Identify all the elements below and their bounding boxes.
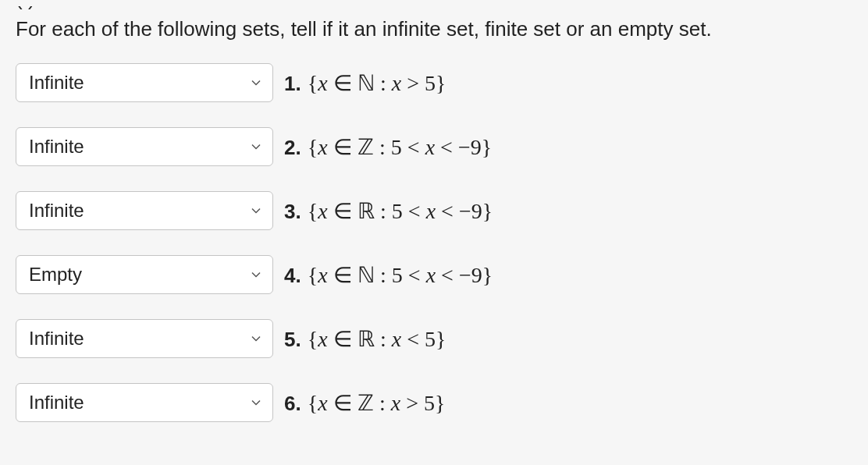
answer-select-4[interactable]: Empty xyxy=(16,255,273,294)
question-row: Infinite 2. {x ∈ ℤ : 5 < x < −9} xyxy=(16,127,852,166)
answer-select-5[interactable]: Infinite xyxy=(16,319,273,358)
answer-select-value: Infinite xyxy=(29,200,84,222)
question-number: 3. xyxy=(284,200,301,224)
question-label: 1. {x ∈ ℕ : x > 5} xyxy=(284,70,446,96)
instructions-text: For each of the following sets, tell if … xyxy=(16,17,852,41)
question-label: 2. {x ∈ ℤ : 5 < x < −9} xyxy=(284,134,492,160)
question-expression: {x ∈ ℤ : 5 < x < −9} xyxy=(308,134,492,160)
answer-select-1[interactable]: Infinite xyxy=(16,63,273,102)
question-number: 1. xyxy=(284,72,301,96)
answer-select-3[interactable]: Infinite xyxy=(16,191,273,230)
chevron-down-icon xyxy=(251,205,261,216)
question-row: Empty 4. {x ∈ ℕ : 5 < x < −9} xyxy=(16,255,852,294)
answer-select-value: Infinite xyxy=(29,72,84,94)
question-label: 6. {x ∈ ℤ : x > 5} xyxy=(284,390,446,416)
answer-select-2[interactable]: Infinite xyxy=(16,127,273,166)
question-rows: Infinite 1. {x ∈ ℕ : x > 5} Infinite 2. … xyxy=(16,63,852,422)
chevron-down-icon xyxy=(251,333,261,344)
answer-select-value: Infinite xyxy=(29,328,84,350)
question-row: Infinite 6. {x ∈ ℤ : x > 5} xyxy=(16,383,852,422)
question-label: 4. {x ∈ ℕ : 5 < x < −9} xyxy=(284,262,493,288)
question-expression: {x ∈ ℝ : 5 < x < −9} xyxy=(308,198,493,224)
question-label: 5. {x ∈ ℝ : x < 5} xyxy=(284,326,446,352)
question-number: 2. xyxy=(284,136,301,160)
question-row: Infinite 5. {x ∈ ℝ : x < 5} xyxy=(16,319,852,358)
question-expression: {x ∈ ℕ : 5 < x < −9} xyxy=(308,262,493,288)
chevron-down-icon xyxy=(251,397,261,408)
partial-previous-content: ( ) xyxy=(16,6,852,14)
question-number: 4. xyxy=(284,264,301,288)
partial-text: ( ) xyxy=(16,6,35,11)
question-label: 3. {x ∈ ℝ : 5 < x < −9} xyxy=(284,198,493,224)
chevron-down-icon xyxy=(251,141,261,152)
answer-select-value: Infinite xyxy=(29,136,84,158)
answer-select-6[interactable]: Infinite xyxy=(16,383,273,422)
answer-select-value: Infinite xyxy=(29,392,84,414)
question-number: 6. xyxy=(284,392,301,416)
question-number: 5. xyxy=(284,328,301,352)
chevron-down-icon xyxy=(251,77,261,88)
question-expression: {x ∈ ℝ : x < 5} xyxy=(308,326,446,352)
question-expression: {x ∈ ℕ : x > 5} xyxy=(308,70,446,96)
question-row: Infinite 3. {x ∈ ℝ : 5 < x < −9} xyxy=(16,191,852,230)
chevron-down-icon xyxy=(251,269,261,280)
question-row: Infinite 1. {x ∈ ℕ : x > 5} xyxy=(16,63,852,102)
question-expression: {x ∈ ℤ : x > 5} xyxy=(308,390,446,416)
answer-select-value: Empty xyxy=(29,264,82,286)
